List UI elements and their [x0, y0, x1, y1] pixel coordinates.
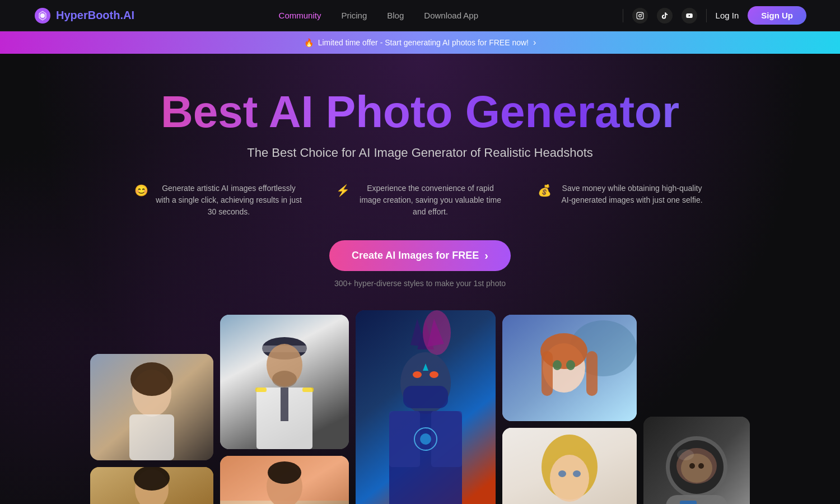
gallery-image-woman-white [90, 354, 213, 460]
svg-rect-37 [389, 411, 420, 467]
cta-section: Create AI Images for FREE › 300+ hyper-d… [22, 240, 818, 288]
svg-point-33 [430, 371, 438, 378]
hero-subtitle: The Best Choice for AI Image Generator o… [22, 146, 818, 160]
hero-section: Best AI Photo Generator The Best Choice … [0, 54, 840, 504]
feature-icon-2: ⚡ [336, 184, 350, 197]
cta-button-label: Create AI Images for FREE [352, 250, 479, 262]
feature-icon-3: 💰 [538, 184, 552, 197]
svg-point-55 [573, 470, 581, 477]
logo-icon [34, 7, 52, 25]
hero-title: Best AI Photo Generator [22, 87, 818, 137]
svg-point-62 [698, 463, 704, 469]
login-button[interactable]: Log In [716, 11, 739, 20]
gallery-image-desert-man [220, 456, 349, 504]
svg-rect-64 [680, 501, 697, 504]
nav-blog[interactable]: Blog [387, 11, 404, 20]
nav-links: Community Pricing Blog Download App [279, 11, 479, 20]
nav-pricing[interactable]: Pricing [341, 11, 367, 20]
feature-3: 💰 Save money while obtaining high-qualit… [538, 183, 706, 218]
youtube-icon[interactable] [682, 8, 697, 24]
gallery-col-4 [643, 417, 750, 504]
brand-suffix: .AI [120, 9, 134, 21]
nav-divider-left [623, 9, 623, 22]
svg-rect-20 [255, 388, 267, 392]
svg-point-4 [638, 14, 641, 17]
svg-point-32 [413, 371, 422, 378]
gallery-image-woman-bottom [90, 467, 213, 504]
tiktok-icon[interactable] [657, 8, 673, 24]
feature-text-3: Save money while obtaining high-quality … [558, 183, 706, 206]
gallery-image-anime-girl [502, 315, 637, 421]
svg-rect-21 [302, 388, 314, 392]
svg-point-25 [268, 461, 301, 484]
svg-point-54 [558, 470, 566, 477]
gallery [22, 310, 818, 504]
svg-point-8 [130, 362, 173, 396]
gallery-col-0 [90, 354, 213, 504]
feature-1: 😊 Generate artistic AI images effortless… [134, 183, 302, 218]
cta-arrow-icon: › [484, 249, 488, 262]
svg-point-61 [689, 463, 695, 469]
svg-point-47 [553, 360, 562, 370]
instagram-icon[interactable] [632, 8, 648, 24]
brand-name: HyperBooth.AI [56, 9, 134, 22]
svg-rect-19 [281, 388, 288, 421]
feature-text-2: Experience the convenience of rapid imag… [357, 183, 504, 218]
svg-point-2 [40, 13, 45, 18]
gallery-col-center [356, 310, 496, 504]
brand-name-text: HyperBooth [56, 9, 120, 21]
gallery-image-ninja [356, 310, 496, 504]
banner-emoji: 🔥 [304, 38, 314, 47]
logo[interactable]: HyperBooth.AI [34, 7, 134, 25]
banner-arrow: › [533, 38, 536, 48]
gallery-image-astronaut [643, 417, 750, 504]
svg-point-48 [566, 360, 575, 370]
svg-rect-46 [586, 351, 598, 396]
gallery-col-3 [502, 315, 637, 504]
nav-auth: Log In Sign Up [716, 6, 806, 25]
gallery-image-blonde [502, 428, 637, 504]
nav-divider-right [706, 9, 707, 22]
navbar: HyperBooth.AI Community Pricing Blog Dow… [0, 0, 840, 31]
svg-point-65 [677, 449, 694, 460]
svg-rect-45 [542, 351, 553, 396]
feature-2: ⚡ Experience the convenience of rapid im… [336, 183, 504, 218]
feature-icon-1: 😊 [134, 184, 148, 197]
nav-social [632, 8, 697, 24]
nav-community[interactable]: Community [279, 11, 321, 20]
svg-rect-35 [403, 386, 448, 408]
banner-text: Limited time offer - Start generating AI… [318, 38, 529, 47]
svg-point-30 [423, 310, 451, 355]
gallery-col-1 [220, 315, 349, 504]
promo-banner[interactable]: 🔥 Limited time offer - Start generating … [0, 31, 840, 54]
svg-rect-3 [637, 12, 643, 19]
svg-point-40 [420, 433, 431, 445]
svg-point-17 [272, 371, 297, 388]
svg-point-5 [641, 13, 642, 14]
signup-button[interactable]: Sign Up [748, 6, 806, 25]
cta-subtext: 300+ hyper-diverse styles to make your 1… [334, 279, 506, 288]
svg-point-52 [550, 455, 589, 502]
features-row: 😊 Generate artistic AI images effortless… [22, 183, 818, 218]
gallery-image-pilot [220, 315, 349, 449]
feature-text-1: Generate artistic AI images effortlessly… [155, 183, 302, 218]
cta-button[interactable]: Create AI Images for FREE › [329, 240, 511, 271]
svg-rect-9 [129, 414, 174, 460]
nav-download[interactable]: Download App [424, 11, 478, 20]
svg-point-12 [134, 467, 170, 491]
svg-rect-38 [431, 411, 462, 467]
